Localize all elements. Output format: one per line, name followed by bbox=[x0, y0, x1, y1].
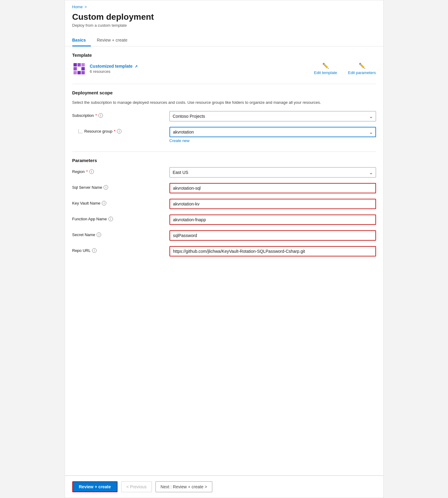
footer: Review + create < Previous Next : Review… bbox=[65, 475, 383, 498]
divider-2 bbox=[72, 151, 376, 152]
region-info-icon[interactable]: i bbox=[89, 169, 94, 174]
subscription-select[interactable]: Contoso Projects bbox=[169, 111, 376, 121]
svg-rect-8 bbox=[81, 71, 85, 74]
region-required: * bbox=[86, 169, 88, 174]
page-header: Custom deployment Deploy from a custom t… bbox=[65, 11, 383, 31]
sql-server-name-label: Sql Server Name i bbox=[72, 185, 169, 190]
edit-template-label: Edit template bbox=[314, 70, 337, 75]
edit-parameters-action[interactable]: ✏️ Edit parameters bbox=[348, 63, 376, 75]
svg-rect-6 bbox=[74, 71, 77, 74]
resource-group-row: Resource group * i akvrotation Create ne… bbox=[72, 127, 376, 143]
edit-parameters-icon: ✏️ bbox=[359, 63, 365, 69]
template-left: Customized template ↗ 6 resources bbox=[72, 62, 138, 75]
edit-template-icon: ✏️ bbox=[322, 63, 329, 69]
secret-name-row: Secret Name i bbox=[72, 230, 376, 241]
edit-parameters-label: Edit parameters bbox=[348, 70, 376, 75]
subscription-row: Subscription * i Contoso Projects bbox=[72, 111, 376, 121]
secret-name-control bbox=[169, 230, 376, 241]
secret-name-input[interactable] bbox=[169, 230, 376, 241]
template-card: Customized template ↗ 6 resources ✏️ Edi… bbox=[72, 62, 376, 75]
review-create-button[interactable]: Review + create bbox=[72, 481, 118, 492]
rg-indent: Resource group * i bbox=[78, 129, 122, 134]
external-link-icon: ↗ bbox=[135, 64, 138, 69]
main-content: Template bbox=[65, 46, 383, 475]
template-actions: ✏️ Edit template ✏️ Edit parameters bbox=[314, 63, 376, 75]
deployment-scope-title: Deployment scope bbox=[72, 90, 376, 95]
function-app-name-row: Function App Name i bbox=[72, 215, 376, 225]
key-vault-name-label-col: Key Vault Name i bbox=[72, 199, 169, 205]
resource-group-select-wrapper: akvrotation bbox=[169, 127, 376, 137]
region-label: Region * i bbox=[72, 169, 169, 174]
region-select[interactable]: East US bbox=[169, 167, 376, 178]
key-vault-name-input[interactable] bbox=[169, 199, 376, 209]
breadcrumb-home[interactable]: Home bbox=[72, 5, 83, 9]
key-vault-name-info-icon[interactable]: i bbox=[102, 201, 106, 205]
secret-name-label-col: Secret Name i bbox=[72, 230, 169, 237]
resource-group-required: * bbox=[114, 129, 115, 134]
deployment-scope-description: Select the subscription to manage deploy… bbox=[72, 100, 376, 106]
function-app-name-info-icon[interactable]: i bbox=[108, 217, 113, 221]
page-subtitle: Deploy from a custom template bbox=[72, 23, 376, 28]
repo-url-input[interactable] bbox=[169, 246, 376, 256]
subscription-label: Subscription * i bbox=[72, 113, 169, 118]
next-button[interactable]: Next : Review + create > bbox=[156, 481, 212, 492]
tab-review-create[interactable]: Review + create bbox=[97, 35, 132, 46]
resource-group-label-area: Resource group * i bbox=[72, 127, 169, 134]
breadcrumb: Home > bbox=[65, 0, 383, 11]
key-vault-name-label: Key Vault Name i bbox=[72, 201, 169, 205]
divider-1 bbox=[72, 84, 376, 84]
deployment-scope-section: Deployment scope Select the subscription… bbox=[72, 90, 376, 143]
function-app-name-label: Function App Name i bbox=[72, 217, 169, 221]
subscription-info-icon[interactable]: i bbox=[98, 113, 103, 118]
key-vault-name-row: Key Vault Name i bbox=[72, 199, 376, 209]
resource-group-label: Resource group * i bbox=[84, 129, 122, 134]
repo-url-label-col: Repo URL i bbox=[72, 246, 169, 253]
sql-server-name-info-icon[interactable]: i bbox=[104, 185, 108, 190]
subscription-select-wrapper: Contoso Projects bbox=[169, 111, 376, 121]
svg-rect-1 bbox=[77, 63, 81, 66]
repo-url-row: Repo URL i bbox=[72, 246, 376, 256]
template-name-link[interactable]: Customized template ↗ bbox=[90, 64, 138, 69]
create-new-link[interactable]: Create new bbox=[169, 138, 190, 143]
template-grid-icon bbox=[72, 62, 86, 75]
region-control: East US bbox=[169, 167, 376, 178]
repo-url-label: Repo URL i bbox=[72, 248, 169, 253]
template-name-row: Customized template ↗ bbox=[90, 64, 138, 69]
template-section: Template bbox=[72, 53, 376, 75]
svg-rect-4 bbox=[77, 67, 81, 70]
secret-name-label: Secret Name i bbox=[72, 232, 169, 237]
sql-server-name-control bbox=[169, 183, 376, 193]
resource-group-select[interactable]: akvrotation bbox=[169, 127, 376, 137]
key-vault-name-control bbox=[169, 199, 376, 209]
region-label-col: Region * i bbox=[72, 167, 169, 174]
template-resources: 6 resources bbox=[90, 69, 138, 74]
page-title: Custom deployment bbox=[72, 12, 376, 22]
resource-group-info-icon[interactable]: i bbox=[117, 129, 121, 134]
subscription-control: Contoso Projects bbox=[169, 111, 376, 121]
previous-button[interactable]: < Previous bbox=[121, 481, 152, 492]
subscription-label-col: Subscription * i bbox=[72, 111, 169, 118]
parameters-section: Parameters Region * i East US bbox=[72, 158, 376, 256]
tab-bar: Basics Review + create bbox=[65, 34, 383, 46]
svg-rect-2 bbox=[81, 63, 85, 66]
subscription-required: * bbox=[95, 113, 97, 118]
resource-group-control: akvrotation Create new bbox=[169, 127, 376, 143]
svg-rect-0 bbox=[74, 63, 77, 66]
edit-template-action[interactable]: ✏️ Edit template bbox=[314, 63, 337, 75]
function-app-name-input[interactable] bbox=[169, 215, 376, 225]
breadcrumb-separator: > bbox=[84, 5, 87, 9]
secret-name-info-icon[interactable]: i bbox=[97, 232, 101, 237]
svg-rect-3 bbox=[74, 67, 77, 70]
sql-server-name-input[interactable] bbox=[169, 183, 376, 193]
sql-server-name-row: Sql Server Name i bbox=[72, 183, 376, 193]
repo-url-info-icon[interactable]: i bbox=[92, 248, 97, 253]
function-app-name-control bbox=[169, 215, 376, 225]
tab-basics[interactable]: Basics bbox=[72, 35, 91, 46]
repo-url-control bbox=[169, 246, 376, 256]
region-row: Region * i East US bbox=[72, 167, 376, 178]
parameters-title: Parameters bbox=[72, 158, 376, 163]
region-select-wrapper: East US bbox=[169, 167, 376, 178]
template-info: Customized template ↗ 6 resources bbox=[90, 64, 138, 74]
svg-rect-5 bbox=[81, 67, 85, 70]
function-app-name-label-col: Function App Name i bbox=[72, 215, 169, 221]
